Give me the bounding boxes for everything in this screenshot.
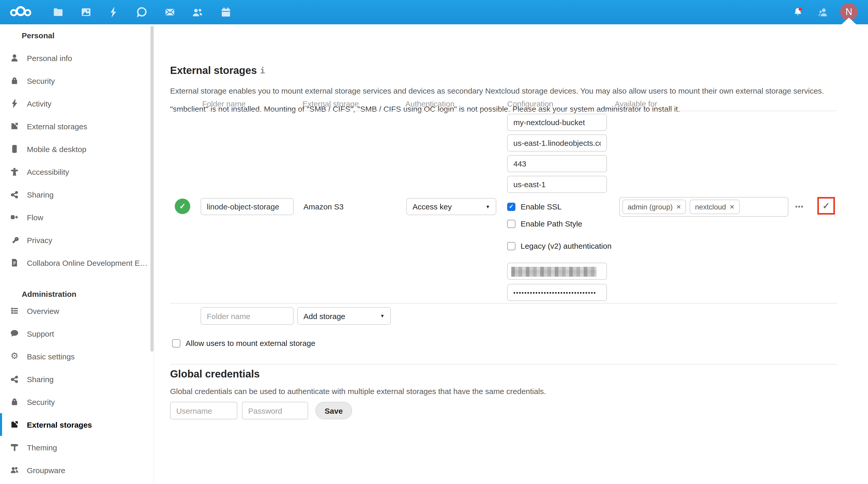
accessibility-icon (10, 168, 19, 176)
user-icon (10, 54, 19, 62)
row-options-menu-icon[interactable]: ••• (795, 203, 804, 210)
sidebar-item-activity[interactable]: Activity (0, 92, 154, 115)
column-available-for: Available for (615, 99, 657, 108)
bucket-input[interactable] (507, 114, 607, 131)
sidebar-item-mobile-desktop[interactable]: Mobile & desktop (0, 138, 154, 160)
sidebar-item-external-storages-personal[interactable]: External storages (0, 115, 154, 138)
document-icon (10, 259, 19, 267)
sidebar-item-basic-settings[interactable]: ⚙ Basic settings (0, 345, 154, 368)
chip-label: nextcloud (695, 203, 726, 211)
check-icon: ✓ (179, 202, 186, 211)
legacy-auth-checkbox[interactable]: Legacy (v2) authentication (507, 241, 612, 250)
notifications-bell-icon[interactable] (792, 6, 804, 18)
nextcloud-logo-icon[interactable] (9, 4, 33, 21)
external-link-icon (10, 420, 19, 429)
sidebar-item-personal-info[interactable]: Personal info (0, 47, 154, 69)
checkbox-checked-icon[interactable]: ✓ (507, 203, 516, 211)
new-folder-name-input[interactable] (200, 307, 293, 325)
region-input[interactable] (507, 176, 607, 193)
sidebar-item-label: Collabora Online Development Edit... (27, 258, 150, 267)
sidebar-item-collabora[interactable]: Collabora Online Development Edit... (0, 251, 154, 274)
sidebar-item-label: Accessibility (27, 167, 69, 176)
hostname-input[interactable] (507, 134, 607, 152)
info-icon[interactable]: i (260, 66, 265, 75)
allow-users-checkbox[interactable]: Allow users to mount external storage (172, 339, 315, 347)
sidebar-item-support[interactable]: Support (0, 322, 154, 345)
column-folder-name: Folder name (202, 99, 246, 108)
enable-path-style-checkbox[interactable]: Enable Path Style (507, 219, 582, 228)
folder-name-input[interactable] (200, 198, 293, 215)
storage-status-ok-icon: ✓ (175, 199, 190, 214)
username-field[interactable] (170, 402, 237, 419)
sidebar-item-label: Privacy (27, 236, 52, 244)
sidebar-item-label: Groupware (27, 466, 65, 475)
share-icon (10, 375, 19, 383)
external-link-icon (10, 122, 19, 130)
people-icon (10, 466, 19, 474)
global-credentials-description: Global credentials can be used to authen… (170, 387, 546, 396)
remove-chip-icon[interactable]: ✕ (676, 204, 681, 210)
remove-chip-icon[interactable]: ✕ (730, 204, 734, 210)
talk-app-icon[interactable] (135, 6, 148, 18)
password-field[interactable] (242, 402, 308, 419)
contacts-app-icon[interactable] (191, 6, 204, 18)
chevron-down-icon: ▼ (380, 313, 384, 319)
speech-bubble-icon (10, 329, 19, 338)
flow-icon (10, 213, 19, 221)
sidebar-item-overview[interactable]: Overview (0, 299, 154, 322)
calendar-app-icon[interactable] (220, 6, 232, 18)
save-button[interactable]: Save (315, 402, 352, 419)
sidebar-item-external-storages-admin[interactable]: External storages (0, 413, 154, 436)
sidebar-item-flow[interactable]: Flow (0, 206, 154, 229)
page-title: External storages (170, 65, 257, 77)
access-key-input-redacted[interactable] (507, 263, 607, 280)
lightning-icon (10, 99, 19, 108)
checkbox-unchecked[interactable] (507, 219, 516, 228)
column-authentication: Authentication (405, 99, 455, 108)
legacy-auth-label: Legacy (v2) authentication (521, 241, 612, 250)
sidebar-item-accessibility[interactable]: Accessibility (0, 160, 154, 183)
available-for-input[interactable]: admin (group) ✕ nextcloud ✕ (619, 197, 788, 217)
sidebar-item-label: Security (27, 76, 55, 85)
enable-ssl-checkbox[interactable]: ✓ Enable SSL (507, 202, 561, 211)
sidebar-item-label: Basic settings (27, 352, 75, 361)
photos-app-icon[interactable] (80, 6, 92, 18)
mail-app-icon[interactable] (163, 6, 176, 18)
sidebar-item-sharing-admin[interactable]: Sharing (0, 368, 154, 390)
chevron-down-icon: ▼ (486, 204, 490, 209)
user-chip[interactable]: nextcloud ✕ (690, 200, 740, 214)
redacted-blur (511, 267, 597, 277)
list-icon (10, 307, 19, 315)
page: N Personal Personal info Security Activi… (0, 0, 868, 484)
save-storage-button-highlighted[interactable]: ✓ (817, 197, 835, 215)
sidebar-item-security-personal[interactable]: Security (0, 69, 154, 92)
secret-key-input[interactable]: •••••••••••••••••••••••••••••• (507, 284, 607, 301)
authentication-select[interactable]: Access key ▼ (406, 198, 496, 215)
add-storage-select[interactable]: Add storage ▼ (297, 307, 391, 325)
enable-path-style-label: Enable Path Style (521, 219, 582, 228)
sidebar-item-groupware[interactable]: Groupware (0, 459, 154, 481)
contacts-menu-icon[interactable] (817, 6, 829, 18)
paint-roller-icon (10, 443, 19, 451)
checkbox-unchecked[interactable] (507, 242, 516, 250)
port-input[interactable] (507, 155, 607, 172)
sidebar-item-sharing-personal[interactable]: Sharing (0, 183, 154, 206)
column-external-storage: External storage (303, 99, 359, 108)
sidebar-item-label: External storages (27, 122, 87, 130)
activity-app-icon[interactable] (107, 6, 119, 18)
authentication-value: Access key (412, 202, 452, 211)
sidebar-item-security-admin[interactable]: Security (0, 390, 154, 413)
row-divider (170, 303, 837, 304)
table-header-divider (170, 111, 837, 111)
sidebar-item-theming[interactable]: Theming (0, 436, 154, 459)
intro-text: External storage enables you to mount ex… (170, 86, 824, 95)
sidebar-item-label: Flow (27, 213, 43, 221)
sidebar-scrollbar[interactable] (150, 26, 154, 352)
sidebar-item-privacy[interactable]: Privacy (0, 229, 154, 251)
sidebar-item-label: External storages (27, 420, 92, 429)
checkbox-unchecked[interactable] (172, 339, 180, 347)
group-chip[interactable]: admin (group) ✕ (622, 200, 686, 214)
enable-ssl-label: Enable SSL (521, 202, 561, 211)
files-app-icon[interactable] (52, 6, 64, 18)
lock-icon (10, 398, 19, 406)
